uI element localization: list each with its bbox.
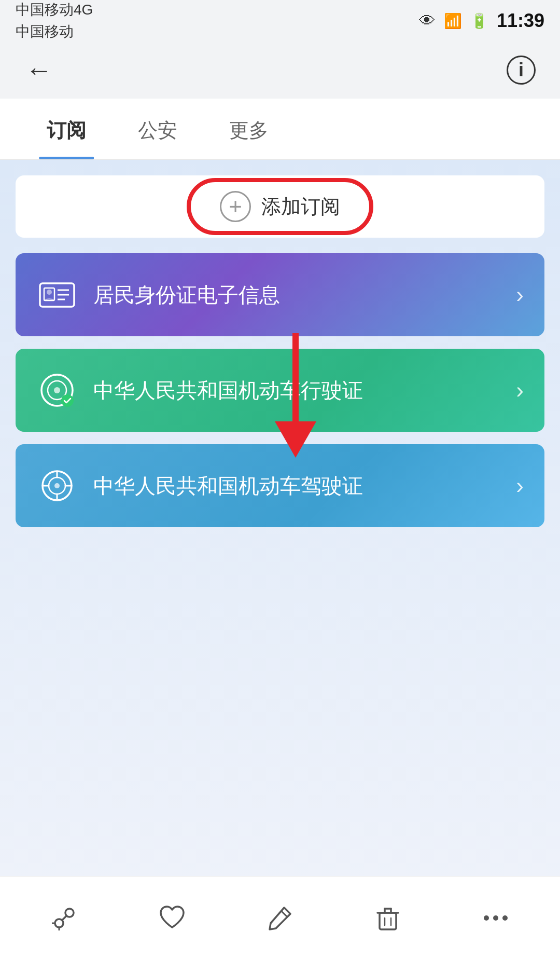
id-card-icon bbox=[36, 274, 78, 316]
svg-marker-7 bbox=[275, 421, 316, 458]
tab-police[interactable]: 公安 bbox=[112, 99, 203, 159]
heart-icon bbox=[158, 903, 187, 933]
nav-delete-button[interactable] bbox=[346, 887, 429, 949]
vehicle-card-arrow-icon: › bbox=[516, 377, 524, 403]
svg-point-5 bbox=[47, 290, 52, 295]
license-card-arrow-icon: › bbox=[516, 473, 524, 499]
svg-point-34 bbox=[502, 915, 508, 921]
id-card-arrow-icon: › bbox=[516, 282, 524, 308]
add-subscription-label: 添加订阅 bbox=[261, 194, 340, 220]
svg-line-21 bbox=[62, 916, 66, 920]
svg-rect-0 bbox=[40, 283, 74, 307]
svg-line-24 bbox=[281, 911, 287, 917]
svg-point-32 bbox=[484, 915, 489, 921]
license-card-label: 中华人民共和国机动车驾驶证 bbox=[93, 472, 516, 500]
eye-icon: 👁 bbox=[419, 11, 436, 31]
status-carrier-group: 中国移动4G 中国移动 bbox=[16, 0, 93, 42]
carrier-line2: 中国移动 bbox=[16, 22, 93, 42]
add-subscription-inner: + 添加订阅 bbox=[220, 191, 340, 222]
more-dots-icon bbox=[481, 903, 510, 933]
red-arrow-svg bbox=[270, 333, 321, 458]
signal-icon: 📶 bbox=[444, 12, 462, 30]
svg-rect-25 bbox=[380, 913, 396, 929]
svg-point-33 bbox=[493, 915, 498, 921]
nav-edit-button[interactable] bbox=[239, 887, 321, 949]
tab-subscribe[interactable]: 订阅 bbox=[21, 99, 112, 159]
battery-icon: 🔋 bbox=[470, 12, 488, 30]
svg-point-14 bbox=[54, 483, 60, 488]
status-right-group: 👁 📶 🔋 11:39 bbox=[419, 10, 544, 32]
plus-circle-icon: + bbox=[220, 191, 251, 222]
trash-icon bbox=[373, 903, 402, 933]
edit-icon bbox=[265, 903, 295, 933]
svg-point-20 bbox=[65, 909, 74, 917]
license-card-icon bbox=[36, 465, 78, 506]
info-circle-icon: i bbox=[507, 56, 536, 85]
back-button[interactable]: ← bbox=[21, 52, 57, 88]
carrier-line1: 中国移动4G bbox=[16, 0, 93, 20]
content-area: + 添加订阅 居民身份证电子信息 › bbox=[0, 160, 560, 885]
tab-more[interactable]: 更多 bbox=[203, 99, 295, 159]
svg-point-10 bbox=[54, 387, 60, 393]
id-card-label: 居民身份证电子信息 bbox=[93, 281, 516, 309]
link-icon bbox=[50, 903, 79, 933]
nav-more-button[interactable] bbox=[454, 887, 537, 949]
add-subscription-button[interactable]: + 添加订阅 bbox=[16, 175, 544, 238]
status-bar: 中国移动4G 中国移动 👁 📶 🔋 11:39 bbox=[0, 0, 560, 42]
vehicle-card-icon bbox=[36, 369, 78, 411]
tab-bar: 订阅 公安 更多 bbox=[0, 99, 560, 160]
nav-link-button[interactable] bbox=[23, 887, 106, 949]
id-card-item[interactable]: 居民身份证电子信息 › bbox=[16, 253, 544, 336]
info-button[interactable]: i bbox=[503, 52, 539, 88]
status-time: 11:39 bbox=[497, 10, 544, 32]
bottom-nav bbox=[0, 876, 560, 959]
nav-favorite-button[interactable] bbox=[131, 887, 214, 949]
back-arrow-icon: ← bbox=[25, 57, 52, 84]
header: ← i bbox=[0, 42, 560, 99]
svg-point-19 bbox=[55, 919, 63, 927]
svg-point-11 bbox=[61, 394, 74, 407]
